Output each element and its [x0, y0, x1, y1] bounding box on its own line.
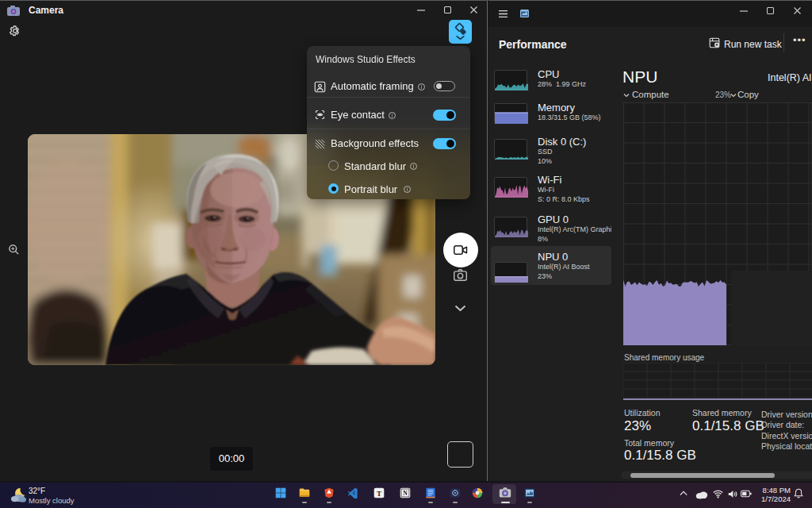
svg-text:T: T — [377, 490, 381, 498]
svg-text:N: N — [403, 490, 408, 497]
